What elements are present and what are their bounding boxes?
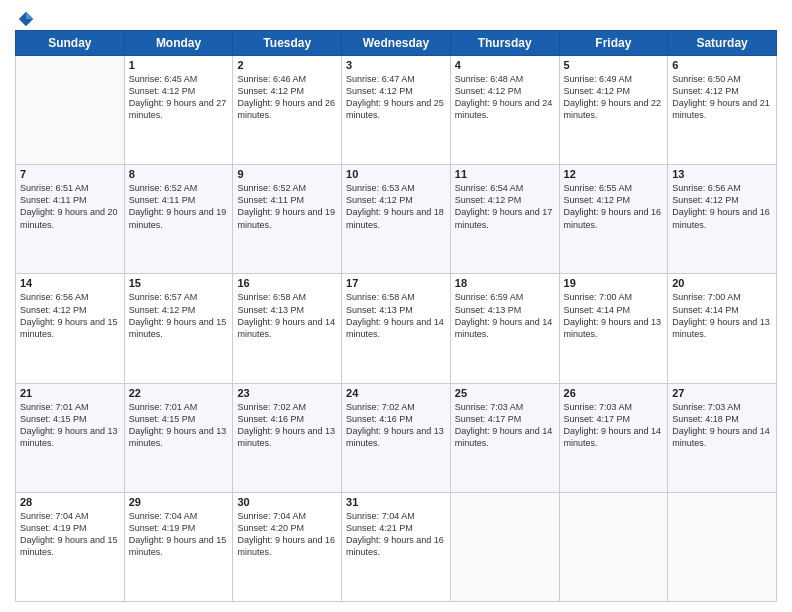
calendar-cell: 23Sunrise: 7:02 AM Sunset: 4:16 PM Dayli… (233, 383, 342, 492)
day-info: Sunrise: 7:03 AM Sunset: 4:17 PM Dayligh… (564, 401, 664, 450)
day-info: Sunrise: 7:01 AM Sunset: 4:15 PM Dayligh… (20, 401, 120, 450)
day-number: 31 (346, 496, 446, 508)
day-info: Sunrise: 6:50 AM Sunset: 4:12 PM Dayligh… (672, 73, 772, 122)
day-info: Sunrise: 6:58 AM Sunset: 4:13 PM Dayligh… (237, 291, 337, 340)
day-info: Sunrise: 6:57 AM Sunset: 4:12 PM Dayligh… (129, 291, 229, 340)
calendar-cell (668, 492, 777, 601)
calendar-week-row: 1Sunrise: 6:45 AM Sunset: 4:12 PM Daylig… (16, 56, 777, 165)
calendar-cell: 22Sunrise: 7:01 AM Sunset: 4:15 PM Dayli… (124, 383, 233, 492)
calendar-cell: 21Sunrise: 7:01 AM Sunset: 4:15 PM Dayli… (16, 383, 125, 492)
day-info: Sunrise: 6:52 AM Sunset: 4:11 PM Dayligh… (129, 182, 229, 231)
day-number: 14 (20, 277, 120, 289)
day-info: Sunrise: 7:02 AM Sunset: 4:16 PM Dayligh… (346, 401, 446, 450)
calendar-cell: 17Sunrise: 6:58 AM Sunset: 4:13 PM Dayli… (342, 274, 451, 383)
day-number: 13 (672, 168, 772, 180)
calendar-cell: 2Sunrise: 6:46 AM Sunset: 4:12 PM Daylig… (233, 56, 342, 165)
day-info: Sunrise: 7:00 AM Sunset: 4:14 PM Dayligh… (672, 291, 772, 340)
day-info: Sunrise: 6:53 AM Sunset: 4:12 PM Dayligh… (346, 182, 446, 231)
day-info: Sunrise: 6:52 AM Sunset: 4:11 PM Dayligh… (237, 182, 337, 231)
calendar-cell: 4Sunrise: 6:48 AM Sunset: 4:12 PM Daylig… (450, 56, 559, 165)
day-info: Sunrise: 6:48 AM Sunset: 4:12 PM Dayligh… (455, 73, 555, 122)
day-number: 27 (672, 387, 772, 399)
logo (15, 10, 35, 24)
calendar-cell: 31Sunrise: 7:04 AM Sunset: 4:21 PM Dayli… (342, 492, 451, 601)
day-number: 21 (20, 387, 120, 399)
day-number: 28 (20, 496, 120, 508)
calendar-cell: 13Sunrise: 6:56 AM Sunset: 4:12 PM Dayli… (668, 165, 777, 274)
svg-marker-1 (26, 12, 33, 19)
calendar-cell: 11Sunrise: 6:54 AM Sunset: 4:12 PM Dayli… (450, 165, 559, 274)
header-wednesday: Wednesday (342, 31, 451, 56)
day-number: 11 (455, 168, 555, 180)
header-friday: Friday (559, 31, 668, 56)
day-info: Sunrise: 7:03 AM Sunset: 4:18 PM Dayligh… (672, 401, 772, 450)
calendar-week-row: 28Sunrise: 7:04 AM Sunset: 4:19 PM Dayli… (16, 492, 777, 601)
day-info: Sunrise: 6:56 AM Sunset: 4:12 PM Dayligh… (20, 291, 120, 340)
calendar-week-row: 7Sunrise: 6:51 AM Sunset: 4:11 PM Daylig… (16, 165, 777, 274)
calendar-cell: 28Sunrise: 7:04 AM Sunset: 4:19 PM Dayli… (16, 492, 125, 601)
day-info: Sunrise: 6:56 AM Sunset: 4:12 PM Dayligh… (672, 182, 772, 231)
day-number: 15 (129, 277, 229, 289)
day-info: Sunrise: 6:46 AM Sunset: 4:12 PM Dayligh… (237, 73, 337, 122)
header-monday: Monday (124, 31, 233, 56)
calendar: SundayMondayTuesdayWednesdayThursdayFrid… (15, 30, 777, 602)
header-tuesday: Tuesday (233, 31, 342, 56)
day-number: 10 (346, 168, 446, 180)
day-info: Sunrise: 6:59 AM Sunset: 4:13 PM Dayligh… (455, 291, 555, 340)
calendar-cell: 3Sunrise: 6:47 AM Sunset: 4:12 PM Daylig… (342, 56, 451, 165)
day-info: Sunrise: 7:02 AM Sunset: 4:16 PM Dayligh… (237, 401, 337, 450)
calendar-cell: 29Sunrise: 7:04 AM Sunset: 4:19 PM Dayli… (124, 492, 233, 601)
day-number: 6 (672, 59, 772, 71)
calendar-cell: 30Sunrise: 7:04 AM Sunset: 4:20 PM Dayli… (233, 492, 342, 601)
day-number: 18 (455, 277, 555, 289)
day-info: Sunrise: 6:55 AM Sunset: 4:12 PM Dayligh… (564, 182, 664, 231)
day-info: Sunrise: 6:45 AM Sunset: 4:12 PM Dayligh… (129, 73, 229, 122)
calendar-cell: 24Sunrise: 7:02 AM Sunset: 4:16 PM Dayli… (342, 383, 451, 492)
day-number: 30 (237, 496, 337, 508)
day-info: Sunrise: 7:00 AM Sunset: 4:14 PM Dayligh… (564, 291, 664, 340)
day-info: Sunrise: 6:51 AM Sunset: 4:11 PM Dayligh… (20, 182, 120, 231)
calendar-cell: 14Sunrise: 6:56 AM Sunset: 4:12 PM Dayli… (16, 274, 125, 383)
day-number: 20 (672, 277, 772, 289)
calendar-cell (559, 492, 668, 601)
day-number: 8 (129, 168, 229, 180)
calendar-header-row: SundayMondayTuesdayWednesdayThursdayFrid… (16, 31, 777, 56)
calendar-week-row: 14Sunrise: 6:56 AM Sunset: 4:12 PM Dayli… (16, 274, 777, 383)
day-number: 4 (455, 59, 555, 71)
day-info: Sunrise: 7:04 AM Sunset: 4:19 PM Dayligh… (129, 510, 229, 559)
day-number: 23 (237, 387, 337, 399)
calendar-cell: 25Sunrise: 7:03 AM Sunset: 4:17 PM Dayli… (450, 383, 559, 492)
calendar-cell: 1Sunrise: 6:45 AM Sunset: 4:12 PM Daylig… (124, 56, 233, 165)
day-number: 9 (237, 168, 337, 180)
calendar-cell: 19Sunrise: 7:00 AM Sunset: 4:14 PM Dayli… (559, 274, 668, 383)
calendar-cell: 26Sunrise: 7:03 AM Sunset: 4:17 PM Dayli… (559, 383, 668, 492)
header-thursday: Thursday (450, 31, 559, 56)
day-info: Sunrise: 7:04 AM Sunset: 4:19 PM Dayligh… (20, 510, 120, 559)
calendar-cell: 9Sunrise: 6:52 AM Sunset: 4:11 PM Daylig… (233, 165, 342, 274)
day-number: 1 (129, 59, 229, 71)
day-number: 26 (564, 387, 664, 399)
calendar-cell: 15Sunrise: 6:57 AM Sunset: 4:12 PM Dayli… (124, 274, 233, 383)
page: SundayMondayTuesdayWednesdayThursdayFrid… (0, 0, 792, 612)
calendar-cell: 16Sunrise: 6:58 AM Sunset: 4:13 PM Dayli… (233, 274, 342, 383)
header-sunday: Sunday (16, 31, 125, 56)
day-number: 2 (237, 59, 337, 71)
day-number: 25 (455, 387, 555, 399)
day-number: 3 (346, 59, 446, 71)
calendar-cell: 7Sunrise: 6:51 AM Sunset: 4:11 PM Daylig… (16, 165, 125, 274)
day-number: 16 (237, 277, 337, 289)
day-number: 24 (346, 387, 446, 399)
day-info: Sunrise: 7:03 AM Sunset: 4:17 PM Dayligh… (455, 401, 555, 450)
day-number: 5 (564, 59, 664, 71)
calendar-cell: 5Sunrise: 6:49 AM Sunset: 4:12 PM Daylig… (559, 56, 668, 165)
calendar-cell: 10Sunrise: 6:53 AM Sunset: 4:12 PM Dayli… (342, 165, 451, 274)
day-number: 7 (20, 168, 120, 180)
calendar-cell (450, 492, 559, 601)
day-number: 17 (346, 277, 446, 289)
header-saturday: Saturday (668, 31, 777, 56)
header (15, 10, 777, 24)
day-info: Sunrise: 6:54 AM Sunset: 4:12 PM Dayligh… (455, 182, 555, 231)
calendar-cell: 8Sunrise: 6:52 AM Sunset: 4:11 PM Daylig… (124, 165, 233, 274)
calendar-week-row: 21Sunrise: 7:01 AM Sunset: 4:15 PM Dayli… (16, 383, 777, 492)
day-number: 29 (129, 496, 229, 508)
